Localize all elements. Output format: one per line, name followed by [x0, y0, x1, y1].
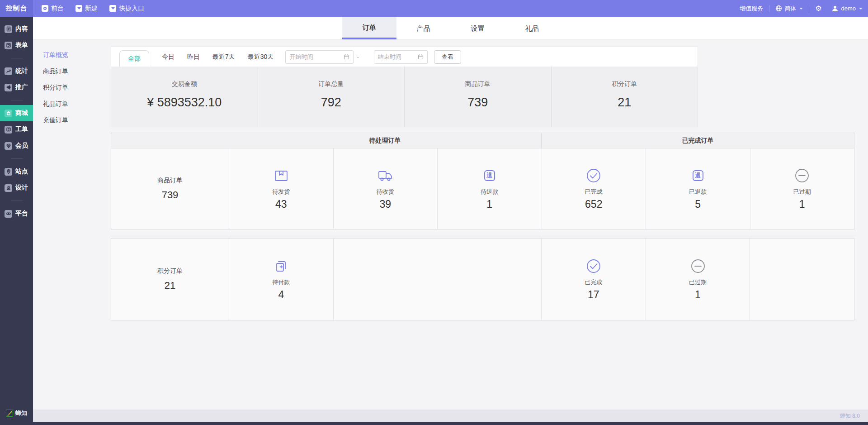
- submenu-product-orders[interactable]: 商品订单: [43, 63, 95, 80]
- range-today[interactable]: 今日: [162, 53, 175, 61]
- cell-to-refund[interactable]: 退 待退款 1: [437, 148, 542, 229]
- sidebar-divider: [11, 100, 23, 100]
- cell-done[interactable]: 已完成 652: [542, 148, 646, 229]
- platform-icon: [5, 210, 12, 218]
- quick-entry-caret-icon: [109, 5, 116, 12]
- page-footer: 蝉知 8.0: [33, 410, 868, 422]
- cell-value: 1: [799, 197, 805, 211]
- language-label: 简体: [784, 5, 796, 13]
- sidebar-divider: [11, 201, 23, 201]
- menu-quick-entry-label: 快捷入口: [119, 5, 144, 13]
- cell-refunded[interactable]: 退 已退款 5: [646, 148, 750, 229]
- menu-frontend[interactable]: 前台: [36, 0, 70, 17]
- start-date-box: [285, 50, 354, 64]
- minus-circle-icon: [689, 257, 707, 275]
- sidebar-item-platform[interactable]: 平台: [0, 205, 33, 222]
- submenu-gift-orders[interactable]: 礼品订单: [43, 96, 95, 112]
- sidebar-item-forms[interactable]: 表单: [0, 37, 33, 53]
- score-orders-table: 积分订单 21 待付款 4: [111, 238, 854, 320]
- cell-done[interactable]: 已完成 17: [541, 239, 646, 320]
- user-avatar-icon: [831, 5, 839, 12]
- module-tab-bar: 订单 产品 设置 礼品: [33, 17, 868, 40]
- cell-value: 1: [695, 288, 701, 301]
- menu-frontend-label: 前台: [51, 5, 64, 13]
- topbar-right: 增值服务 简体 ⚙ demo: [740, 0, 868, 17]
- cell-expired[interactable]: 已过期 1: [646, 239, 750, 320]
- sidebar-item-shop[interactable]: 商城: [0, 105, 33, 121]
- design-icon: [5, 184, 12, 192]
- start-date-input[interactable]: [289, 53, 344, 60]
- top-bar: 控制台 前台 新建 快捷入口 增值服务 简体 ⚙: [0, 0, 868, 17]
- user-menu[interactable]: demo: [831, 5, 863, 12]
- calendar-icon[interactable]: [344, 54, 349, 60]
- header-spacer: [111, 133, 229, 148]
- sidebar-label: 设计: [15, 184, 28, 192]
- menu-create-label: 新建: [85, 5, 98, 13]
- order-submenu: 订单概览 商品订单 积分订单 礼品订单 充值订单: [43, 47, 95, 129]
- sidebar-label: 商城: [15, 109, 28, 117]
- menu-quick-entry[interactable]: 快捷入口: [104, 0, 150, 17]
- order-status-tables: 待处理订单 已完成订单 商品订单 739 待发货: [111, 133, 854, 320]
- sidebar-item-promotion[interactable]: 推广: [0, 79, 33, 96]
- menu-create[interactable]: 新建: [70, 0, 104, 17]
- row-total: 21: [165, 280, 175, 291]
- frontend-icon: [42, 5, 48, 12]
- range-last30days[interactable]: 最近30天: [248, 53, 274, 61]
- check-circle-icon: [585, 167, 603, 185]
- sidebar-item-member[interactable]: 会员: [0, 138, 33, 154]
- sidebar-item-content[interactable]: 内容: [0, 21, 33, 37]
- submenu-recharge-orders[interactable]: 充值订单: [43, 112, 95, 129]
- package-icon: [272, 167, 290, 185]
- chanzhi-logo-icon: [6, 410, 13, 417]
- cell-label: 待收货: [377, 188, 394, 196]
- tab-gifts[interactable]: 礼品: [505, 17, 559, 39]
- site-icon: [5, 168, 12, 176]
- tab-products[interactable]: 产品: [396, 17, 451, 39]
- view-button[interactable]: 查看: [434, 50, 461, 64]
- stat-value: 792: [321, 95, 341, 110]
- stat-score-orders: 积分订单 21: [551, 67, 698, 127]
- sidebar-item-ticket[interactable]: 工单: [0, 121, 33, 138]
- calendar-icon[interactable]: [418, 54, 424, 60]
- username-label: demo: [841, 5, 856, 12]
- end-date-input[interactable]: [378, 53, 418, 60]
- tab-orders[interactable]: 订单: [342, 17, 396, 39]
- sidebar-label: 站点: [15, 167, 28, 176]
- cell-expired[interactable]: 已过期 1: [750, 148, 854, 229]
- date-range-separator: -: [357, 53, 359, 60]
- range-yesterday[interactable]: 昨日: [187, 53, 200, 61]
- tab-settings[interactable]: 设置: [451, 17, 505, 39]
- range-all[interactable]: 全部: [119, 50, 149, 67]
- sidebar-label: 平台: [15, 210, 28, 218]
- promotion-icon: [5, 84, 12, 91]
- row-title-score-orders: 积分订单 21: [111, 239, 229, 320]
- end-date-box: [374, 50, 428, 64]
- cell-value: 5: [695, 197, 701, 211]
- cell-label: 已过期: [689, 278, 707, 287]
- sidebar-item-design[interactable]: 设计: [0, 180, 33, 196]
- overview-card: 全部 今日 昨日 最近7天 最近30天 - 查看: [111, 47, 698, 127]
- cell-to-pay[interactable]: 待付款 4: [229, 239, 333, 320]
- divider: [809, 5, 809, 12]
- sidebar-label: 表单: [15, 41, 28, 49]
- cell-label: 待退款: [481, 188, 498, 196]
- cell-label: 已完成: [585, 278, 602, 287]
- chanzhi-brand: 蝉知: [0, 409, 33, 417]
- cell-to-ship[interactable]: 待发货 43: [229, 148, 333, 229]
- stat-label: 商品订单: [465, 79, 491, 88]
- language-switcher[interactable]: 简体: [775, 5, 803, 13]
- sidebar-label: 内容: [15, 25, 28, 33]
- cell-to-receive[interactable]: 待收货 39: [333, 148, 438, 229]
- row-name: 商品订单: [157, 177, 183, 185]
- value-added-services-link[interactable]: 增值服务: [740, 5, 763, 13]
- submenu-score-orders[interactable]: 积分订单: [43, 80, 95, 96]
- done-orders-header: 已完成订单: [541, 133, 854, 148]
- content-icon: [5, 25, 12, 33]
- stat-label: 订单总量: [318, 79, 344, 88]
- sidebar-item-site[interactable]: 站点: [0, 163, 33, 180]
- range-last7days[interactable]: 最近7天: [212, 53, 235, 61]
- caret-down-icon: [799, 8, 803, 10]
- submenu-order-overview[interactable]: 订单概览: [43, 47, 95, 63]
- settings-gear-icon[interactable]: ⚙: [815, 5, 821, 12]
- sidebar-item-stats[interactable]: 统计: [0, 63, 33, 79]
